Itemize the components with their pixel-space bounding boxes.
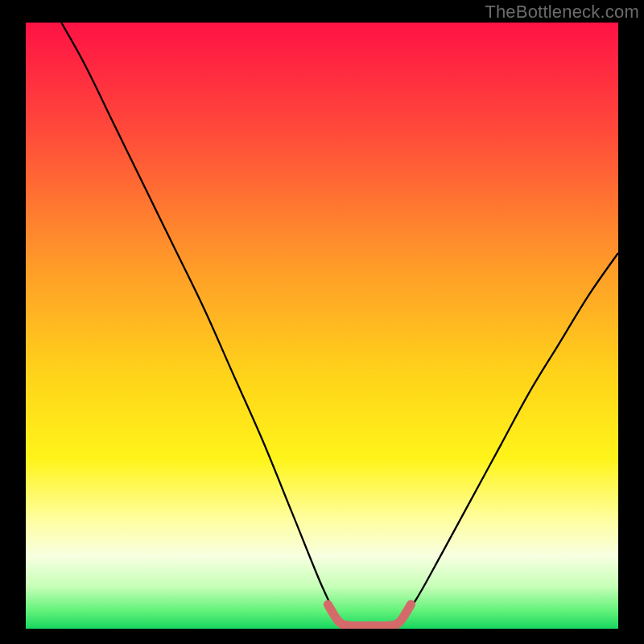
gradient-background xyxy=(26,23,618,629)
plot-area xyxy=(26,23,618,629)
watermark-text: TheBottleneck.com xyxy=(485,2,639,23)
bottleneck-chart xyxy=(26,23,618,629)
